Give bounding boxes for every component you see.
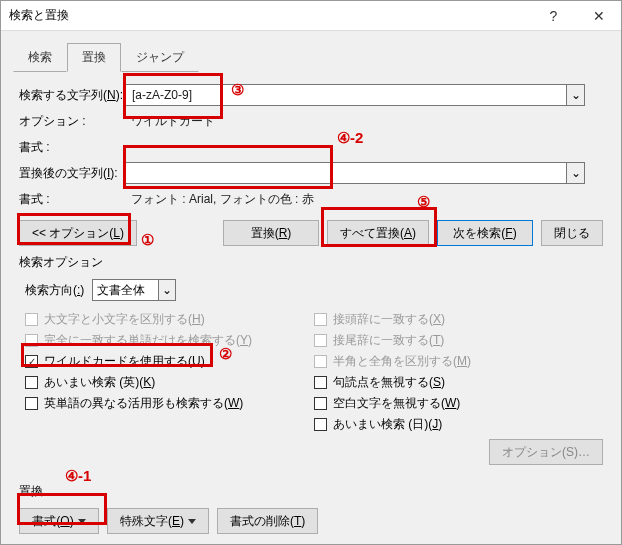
direction-select[interactable]: 文書全体 ⌄ [92, 279, 176, 301]
check-match-case: 大文字と小文字を区別する(H) [25, 311, 314, 328]
replace-group-heading: 置換 [19, 483, 603, 500]
check-white[interactable]: 空白文字を無視する(W) [314, 395, 603, 412]
find-next-button[interactable]: 次を検索(F) [437, 220, 533, 246]
options-s-button: オプション(S)… [489, 439, 603, 465]
check-wildcards[interactable]: ✓ワイルドカードを使用する(U) [25, 353, 314, 370]
search-options-heading: 検索オプション [19, 254, 603, 271]
check-word-forms[interactable]: 英単語の異なる活用形も検索する(W) [25, 395, 314, 412]
check-fuzzy-jp[interactable]: あいまい検索 (日)(J) [314, 416, 603, 433]
find-what-value: [a-zA-Z0-9] [130, 88, 192, 102]
find-what-input[interactable]: [a-zA-Z0-9] ⌄ [125, 84, 585, 106]
help-button[interactable]: ? [531, 1, 576, 31]
check-sounds-like[interactable]: あいまい検索 (英)(K) [25, 374, 314, 391]
format-button[interactable]: 書式(O) [19, 508, 99, 534]
window-title: 検索と置換 [9, 7, 531, 24]
replace-format-value: フォント : Arial, フォントの色 : 赤 [125, 191, 314, 208]
find-format-label: 書式 : [19, 139, 125, 156]
options-toggle-button[interactable]: << オプション(L) [19, 220, 137, 246]
close-dialog-button[interactable]: 閉じる [541, 220, 603, 246]
replace-with-label: 置換後の文字列(I): [19, 165, 125, 182]
check-icon: ✓ [28, 357, 36, 367]
check-whole-word: 完全に一致する単語だけを検索する(Y) [25, 332, 314, 349]
replace-button[interactable]: 置換(R) [223, 220, 319, 246]
check-half-full: 半角と全角を区別する(M) [314, 353, 603, 370]
dropdown-icon[interactable]: ⌄ [566, 85, 584, 105]
replace-format-label: 書式 : [19, 191, 125, 208]
tab-replace[interactable]: 置換 [67, 43, 121, 72]
options-label: オプション : [19, 113, 125, 130]
no-format-button[interactable]: 書式の削除(T) [217, 508, 318, 534]
dropdown-triangle-icon [188, 519, 196, 524]
dropdown-icon[interactable]: ⌄ [566, 163, 584, 183]
check-suffix: 接尾辞に一致する(T) [314, 332, 603, 349]
tab-bar: 検索 置換 ジャンプ [1, 31, 621, 72]
check-punct[interactable]: 句読点を無視する(S) [314, 374, 603, 391]
direction-label: 検索方向(:) [25, 282, 84, 299]
dropdown-icon[interactable]: ⌄ [158, 280, 175, 300]
titlebar: 検索と置換 ? ✕ [1, 1, 621, 31]
check-prefix: 接頭辞に一致する(X) [314, 311, 603, 328]
special-button[interactable]: 特殊文字(E) [107, 508, 209, 534]
tab-jump[interactable]: ジャンプ [121, 43, 199, 72]
tab-search[interactable]: 検索 [13, 43, 67, 72]
replace-all-button[interactable]: すべて置換(A) [327, 220, 429, 246]
replace-with-input[interactable]: ⌄ [125, 162, 585, 184]
options-value: ワイルドカード [125, 113, 215, 130]
close-button[interactable]: ✕ [576, 1, 621, 31]
find-what-label: 検索する文字列(N): [19, 87, 125, 104]
dropdown-triangle-icon [78, 519, 86, 524]
